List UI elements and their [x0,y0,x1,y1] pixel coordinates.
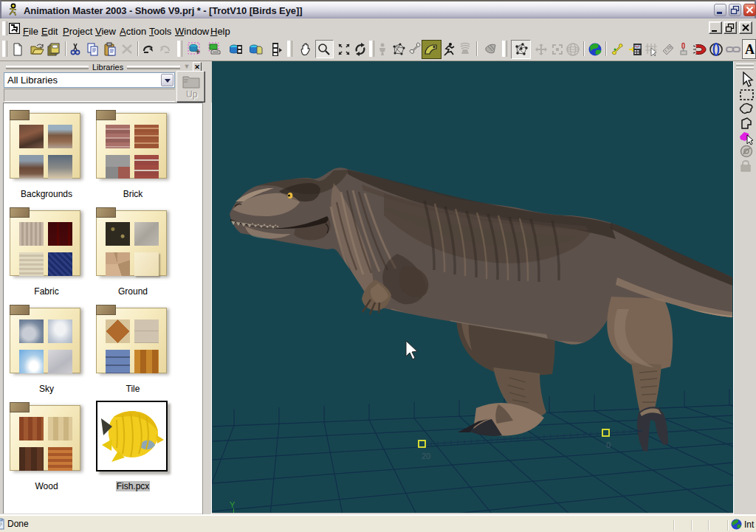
svg-text:0: 0 [606,441,611,449]
svg-text:no: no [667,45,673,49]
svg-text:Y: Y [230,500,236,509]
svg-text:20: 20 [422,452,430,460]
